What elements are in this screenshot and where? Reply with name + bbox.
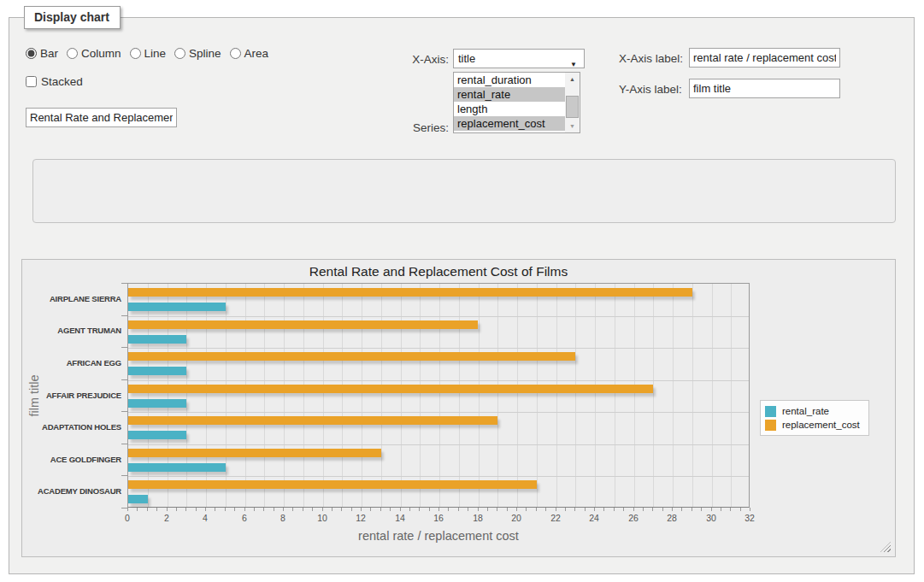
- x-axis-minor-tick: [458, 508, 459, 511]
- gridline-vertical: [342, 284, 343, 507]
- chart-type-line[interactable]: Line: [130, 47, 167, 60]
- x-axis-minor-tick: [681, 508, 682, 511]
- bar-rental_rate: [128, 335, 186, 344]
- x-axis-select[interactable]: title ▼: [453, 49, 585, 68]
- chart-type-area-label: Area: [244, 47, 269, 60]
- x-axis-minor-tick: [594, 508, 595, 511]
- x-axis-title: rental rate / replacement cost: [127, 529, 750, 543]
- gridline-vertical: [517, 284, 518, 507]
- scrollbar-thumb[interactable]: [566, 96, 579, 118]
- gridline-horizontal: [128, 444, 749, 445]
- series-option-length[interactable]: length: [454, 102, 565, 116]
- x-axis-minor-tick: [516, 508, 517, 511]
- x-tick-label: 4: [203, 513, 208, 523]
- bar-rental_rate: [128, 303, 226, 311]
- x-tick-label: 28: [667, 513, 677, 523]
- chart-type-line-radio[interactable]: [130, 48, 141, 59]
- chart-type-column-radio[interactable]: [67, 48, 78, 59]
- series-option-replacement-cost[interactable]: replacement_cost: [454, 116, 565, 131]
- series-listbox-label: Series:: [363, 121, 449, 134]
- chevron-down-icon: ▼: [570, 56, 577, 73]
- x-axis-select-label: X-Axis:: [363, 53, 449, 66]
- gridline-vertical: [634, 284, 635, 507]
- y-axis-tick: [121, 444, 127, 444]
- gridline-vertical: [731, 284, 732, 507]
- chart-type-column[interactable]: Column: [67, 47, 121, 60]
- x-tick-label: 10: [317, 513, 327, 523]
- scroll-down-icon[interactable]: ▼: [565, 120, 580, 132]
- gridline-vertical: [420, 284, 421, 507]
- y-tick-label: ACADEMY DINOSAUR: [26, 486, 121, 496]
- gridline-vertical: [537, 284, 538, 507]
- x-tick-label: 6: [242, 513, 247, 523]
- x-axis-minor-tick: [205, 508, 206, 511]
- listbox-scrollbar[interactable]: ▲ ▼: [565, 73, 580, 132]
- x-axis-minor-tick: [662, 508, 663, 511]
- y-tick-label: ADAPTATION HOLES: [26, 422, 121, 432]
- chart-type-bar[interactable]: Bar: [26, 47, 58, 60]
- x-axis-minor-tick: [215, 508, 215, 511]
- y-tick-label: AGENT TRUMAN: [26, 326, 121, 335]
- chart-type-area-radio[interactable]: [230, 48, 241, 59]
- bar-rental_rate: [128, 367, 186, 375]
- bar-replacement_cost: [128, 449, 381, 457]
- x-axis-minor-tick: [556, 508, 556, 511]
- x-axis-minor-tick: [196, 508, 197, 511]
- x-axis-minor-tick: [507, 508, 508, 511]
- series-option-rental-rate[interactable]: rental_rate: [454, 87, 565, 102]
- y-axis-label-input[interactable]: [689, 79, 840, 98]
- x-axis-minor-tick: [254, 508, 255, 511]
- x-tick-label: 32: [744, 513, 755, 523]
- chart-legend: rental_ratereplacement_cost: [760, 400, 869, 436]
- bar-rental_rate: [128, 463, 226, 472]
- gridline-horizontal: [128, 348, 749, 349]
- bar-rental_rate: [128, 495, 148, 503]
- bar-replacement_cost: [128, 385, 653, 393]
- gridline-vertical: [459, 284, 460, 507]
- x-axis-minor-tick: [380, 508, 381, 511]
- legend-entry: rental_rate: [765, 404, 860, 418]
- y-axis-tick: [121, 508, 127, 509]
- chart-type-spline-radio[interactable]: [174, 48, 185, 59]
- x-axis-minor-tick: [176, 508, 177, 511]
- stacked-label: Stacked: [41, 75, 83, 88]
- gridline-vertical: [673, 284, 674, 507]
- x-axis-minor-tick: [652, 508, 653, 511]
- x-axis-minor-tick: [283, 508, 284, 511]
- x-tick-label: 14: [395, 513, 405, 523]
- resize-handle-icon[interactable]: [880, 542, 891, 552]
- x-axis-minor-tick: [740, 508, 741, 511]
- y-tick-label: AFFAIR PREJUDICE: [26, 391, 121, 400]
- gridline-vertical: [401, 284, 402, 507]
- gridline-vertical: [692, 284, 693, 507]
- legend-label: replacement_cost: [782, 420, 860, 430]
- y-axis-tick: [121, 283, 127, 284]
- gridline-vertical: [284, 284, 285, 507]
- x-axis-minor-tick: [438, 508, 439, 511]
- y-axis-tick: [121, 347, 127, 348]
- gridline-vertical: [556, 284, 557, 507]
- stacked-checkbox[interactable]: [26, 76, 37, 87]
- x-axis-minor-tick: [167, 508, 168, 511]
- x-axis-label-input[interactable]: [689, 48, 840, 68]
- scroll-up-icon[interactable]: ▲: [565, 73, 580, 85]
- series-option-rental-duration[interactable]: rental_duration: [454, 73, 565, 87]
- chart-type-area[interactable]: Area: [230, 47, 269, 60]
- x-axis-label-label: X-Axis label:: [619, 52, 683, 65]
- x-axis-minor-tick: [147, 508, 148, 511]
- x-axis-minor-tick: [478, 508, 479, 511]
- x-tick-label: 8: [280, 513, 285, 523]
- chart-type-line-label: Line: [144, 47, 167, 60]
- chart-type-bar-radio[interactable]: [26, 48, 37, 59]
- bar-replacement_cost: [128, 480, 537, 489]
- gridline-vertical: [439, 284, 440, 507]
- series-listbox[interactable]: rental_duration rental_rate length repla…: [453, 72, 580, 133]
- x-tick-label: 18: [473, 513, 483, 523]
- chart-type-spline[interactable]: Spline: [174, 47, 221, 60]
- gridline-vertical: [653, 284, 654, 507]
- x-axis-minor-tick: [711, 508, 712, 511]
- chart-title-input[interactable]: [26, 108, 177, 127]
- x-axis-minor-tick: [536, 508, 537, 511]
- bar-replacement_cost: [128, 320, 478, 329]
- fieldset-legend: Display chart: [24, 6, 121, 29]
